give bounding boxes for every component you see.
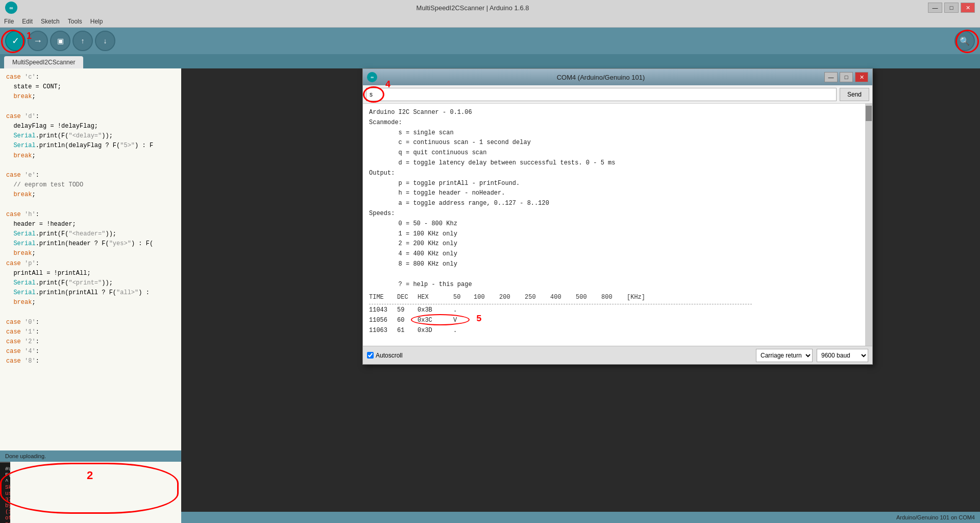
th-50: 50 <box>453 293 474 303</box>
code-line: header = !header; <box>6 220 175 229</box>
sm-bottom-bar: Autoscroll No line ending Newline Carria… <box>363 346 872 364</box>
right-panel: ∞ COM4 (Arduino/Genuino 101) — □ ✕ Send … <box>181 68 980 523</box>
code-line: case '1': <box>6 327 175 337</box>
title-bar-left: ∞ <box>5 2 17 14</box>
sm-speeds-item-0: 0 = 50 - 800 Khz <box>369 219 866 229</box>
sm-scanmode-label: Scanmode: <box>369 118 866 128</box>
title-bar: ∞ MultiSpeedI2CScanner | Arduino 1.6.8 —… <box>0 0 980 15</box>
sm-header-line: Arduino I2C Scanner - 0.1.06 <box>369 108 866 118</box>
code-line: case '8': <box>6 356 175 366</box>
save-button[interactable]: ↓ <box>95 31 115 51</box>
code-line: case 'h': <box>6 210 175 220</box>
status-text: Arduino/Genuino 101 on COM4 <box>896 514 975 520</box>
th-100: 100 <box>474 293 499 303</box>
tab-multispeed[interactable]: MultiSpeedI2CScanner <box>4 56 83 68</box>
sm-logo-icon: ∞ <box>367 72 377 82</box>
minimize-button[interactable]: — <box>928 3 942 13</box>
toolbar: ✓ → ▣ ↑ ↓ 🔍 1 3 <box>0 28 980 54</box>
verify-button[interactable]: ✓ <box>5 31 26 51</box>
code-line: break; <box>6 249 175 258</box>
tr1-time: 11043 <box>369 305 397 316</box>
menu-help[interactable]: Help <box>90 18 103 25</box>
menu-edit[interactable]: Edit <box>22 18 33 25</box>
arduino-logo-icon: ∞ <box>5 2 17 14</box>
tr1-dec: 59 <box>397 305 418 316</box>
console-area: #undef F(x) ^ Sketch uses 37,434 bytes (… <box>0 462 10 523</box>
autoscroll-checkbox[interactable] <box>367 352 374 359</box>
th-800: 800 <box>601 293 627 303</box>
menu-tools[interactable]: Tools <box>68 18 82 25</box>
sm-window-controls: — □ ✕ <box>824 72 868 82</box>
baud-rate-select[interactable]: 300 baud 1200 baud 2400 baud 4800 baud 9… <box>817 349 868 362</box>
sm-window-title: COM4 (Arduino/Genuino 101) <box>377 74 824 81</box>
sm-speeds-blank <box>369 270 866 280</box>
th-500: 500 <box>576 293 601 303</box>
tr2-dec: 60 <box>397 316 418 326</box>
code-line: state = CONT; <box>6 82 175 92</box>
sm-title-bar: ∞ COM4 (Arduino/Genuino 101) — □ ✕ <box>363 69 872 85</box>
tr2-hex: 0x3C <box>418 316 453 326</box>
code-line: case 'p': <box>6 259 175 269</box>
sm-speeds-item-1: 1 = 100 KHz only <box>369 229 866 240</box>
app-title: MultiSpeedI2CScanner | Arduino 1.6.8 <box>17 4 928 12</box>
sm-speeds-item-6: ? = help - this page <box>369 280 866 290</box>
new-button[interactable]: ▣ <box>50 31 70 51</box>
menu-bar: File Edit Sketch Tools Help <box>0 15 980 28</box>
sm-blank <box>369 336 866 346</box>
window-controls: — □ ✕ <box>928 3 975 13</box>
code-content: case 'c': state = CONT; break; case 'd':… <box>0 68 181 462</box>
sm-maximize-button[interactable]: □ <box>840 72 853 82</box>
th-khz: [KHz] <box>627 293 657 303</box>
table-row: 11063 61 0x3D . <box>369 326 866 336</box>
sm-table-header-row: TIME DEC HEX 50 100 200 250 400 500 800 … <box>369 293 866 303</box>
done-uploading-bar: Done uploading. <box>0 450 181 462</box>
code-line <box>6 308 175 318</box>
tr3-50: . <box>453 326 474 336</box>
code-line: case '4': <box>6 347 175 356</box>
carriage-return-select[interactable]: No line ending Newline Carriage return B… <box>756 349 813 362</box>
sm-scanmode-item-0: s = single scan <box>369 128 866 138</box>
th-time: TIME <box>369 293 397 303</box>
tr1-hex: 0x3B <box>418 305 453 316</box>
done-uploading-text: Done uploading. <box>5 453 46 459</box>
table-row: 11043 59 0x3B . <box>369 305 866 316</box>
sm-send-button[interactable]: Send <box>840 88 869 101</box>
sm-close-button[interactable]: ✕ <box>855 72 868 82</box>
upload-button[interactable]: → <box>28 31 48 51</box>
menu-file[interactable]: File <box>4 18 14 25</box>
close-button[interactable]: ✕ <box>961 3 975 13</box>
sm-scanmode-item-2: q = quit continuous scan <box>369 148 866 158</box>
code-editor: case 'c': state = CONT; break; case 'd':… <box>0 68 181 523</box>
sm-scanmode-item-1: c = continuous scan - 1 second delay <box>369 138 866 148</box>
sm-input-field[interactable] <box>366 88 837 101</box>
sm-input-bar: Send 4 <box>363 85 872 104</box>
tr1-50: . <box>453 305 474 316</box>
serial-monitor-button[interactable]: 🔍 <box>954 31 975 51</box>
sm-output-item-2: a = toggle address range, 0..127 - 8..12… <box>369 199 866 209</box>
menu-sketch[interactable]: Sketch <box>41 18 60 25</box>
code-line: // eeprom test TODO <box>6 180 175 190</box>
code-line: Serial.print(F("<delay=")); <box>6 131 175 141</box>
open-button[interactable]: ↑ <box>72 31 93 51</box>
table-row-highlighted: 11056 60 0x3C V 5 <box>369 316 866 326</box>
sm-minimize-button[interactable]: — <box>824 72 838 82</box>
sm-output: Arduino I2C Scanner - 0.1.06 Scanmode: s… <box>363 104 872 346</box>
code-line: break; <box>6 190 175 200</box>
code-line: Serial.print(F("<header=")); <box>6 229 175 239</box>
code-line <box>6 200 175 209</box>
sm-scrollbar-thumb[interactable] <box>866 106 872 121</box>
code-line: case 'd': <box>6 112 175 122</box>
sm-speeds-item-4: 8 = 800 KHz only <box>369 259 866 270</box>
sm-speeds-label: Speeds: <box>369 209 866 219</box>
sm-table-divider <box>369 304 752 304</box>
serial-monitor-window: ∞ COM4 (Arduino/Genuino 101) — □ ✕ Send … <box>362 68 873 365</box>
tab-bar: MultiSpeedI2CScanner <box>0 54 980 68</box>
status-bar: Arduino/Genuino 101 on COM4 <box>181 512 980 523</box>
autoscroll-control: Autoscroll <box>367 352 403 359</box>
code-line: delayFlag = !delayFlag; <box>6 122 175 131</box>
sm-output-label: Output: <box>369 169 866 179</box>
sm-speeds-item-2: 2 = 200 KHz only <box>369 239 866 249</box>
sm-scrollbar[interactable] <box>865 104 872 346</box>
maximize-button[interactable]: □ <box>944 3 959 13</box>
th-hex: HEX <box>418 293 453 303</box>
